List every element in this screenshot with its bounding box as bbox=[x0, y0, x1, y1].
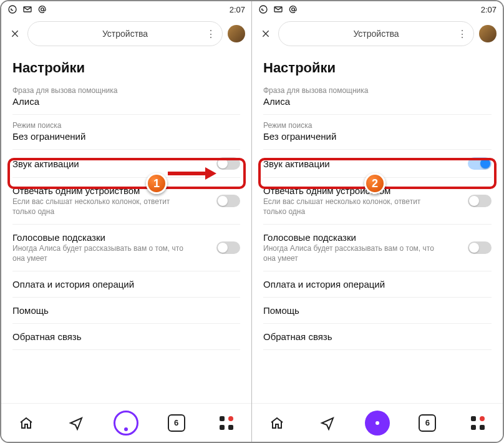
bottom-nav: 6 bbox=[1, 403, 251, 442]
search-mode-label: Режим поиска bbox=[263, 121, 492, 130]
help-row[interactable]: Помощь bbox=[263, 298, 492, 324]
payments-row[interactable]: Оплата и история операций bbox=[12, 271, 240, 298]
payments-label: Оплата и история операций bbox=[263, 279, 385, 290]
feedback-row[interactable]: Обратная связь bbox=[12, 324, 240, 350]
svg-marker-4 bbox=[205, 167, 216, 180]
voice-hints-label: Голосовые подсказки bbox=[12, 232, 187, 243]
tabs-icon[interactable]: 6 bbox=[415, 411, 440, 436]
svg-point-5 bbox=[259, 6, 267, 13]
feedback-label: Обратная связь bbox=[263, 331, 332, 342]
header-title: Устройства bbox=[353, 29, 399, 39]
voice-hints-toggle[interactable] bbox=[468, 241, 492, 254]
status-bar: 2:07 bbox=[252, 1, 503, 17]
activation-sound-label: Звук активации bbox=[12, 158, 79, 169]
feedback-row[interactable]: Обратная связь bbox=[263, 324, 492, 350]
activation-sound-toggle[interactable] bbox=[468, 157, 492, 170]
activation-phrase-value[interactable]: Алиса bbox=[12, 95, 240, 115]
voice-hints-label: Голосовые подсказки bbox=[263, 232, 438, 243]
svg-point-0 bbox=[9, 6, 16, 13]
send-icon[interactable] bbox=[64, 411, 89, 436]
svg-point-2 bbox=[41, 8, 44, 11]
single-device-toggle[interactable] bbox=[216, 195, 240, 207]
single-device-row: Отвечать одним устройством Если вас слыш… bbox=[12, 178, 240, 225]
payments-row[interactable]: Оплата и история операций bbox=[263, 271, 492, 298]
home-icon[interactable] bbox=[14, 411, 39, 436]
tab-count: 6 bbox=[168, 414, 185, 432]
search-mode-value[interactable]: Без ограничений bbox=[12, 130, 240, 150]
avatar[interactable] bbox=[228, 25, 245, 42]
activation-phrase-value[interactable]: Алиса bbox=[263, 95, 492, 115]
search-mode-label: Режим поиска bbox=[12, 121, 240, 130]
svg-point-7 bbox=[292, 8, 295, 11]
clock: 2:07 bbox=[481, 5, 497, 14]
single-device-toggle[interactable] bbox=[468, 195, 492, 207]
activation-sound-toggle[interactable] bbox=[216, 157, 240, 170]
feedback-label: Обратная связь bbox=[12, 331, 82, 342]
activation-phrase-label: Фраза для вызова помощника bbox=[12, 86, 240, 95]
voice-hints-hint: Иногда Алиса будет рассказывать вам о то… bbox=[263, 244, 438, 263]
alice-icon[interactable] bbox=[114, 411, 138, 436]
page-title: Настройки bbox=[12, 60, 240, 76]
phone-left: 2:07 Устройства ⋮ Настройки Фраза для вы… bbox=[1, 1, 252, 442]
help-label: Помощь bbox=[263, 305, 299, 316]
whatsapp-icon bbox=[7, 4, 17, 14]
help-label: Помощь bbox=[12, 305, 49, 316]
avatar[interactable] bbox=[479, 25, 497, 42]
phone-right: 2:07 Устройства ⋮ Настройки Фраза для вы… bbox=[252, 1, 503, 442]
badge-2: 2 bbox=[364, 173, 385, 194]
header-pill[interactable]: Устройства ⋮ bbox=[278, 21, 474, 46]
menu-icon[interactable] bbox=[465, 411, 490, 436]
more-icon[interactable]: ⋮ bbox=[206, 28, 215, 40]
payments-label: Оплата и история операций bbox=[12, 279, 134, 290]
clock: 2:07 bbox=[230, 5, 245, 14]
voice-hints-row: Голосовые подсказки Иногда Алиса будет р… bbox=[12, 225, 240, 271]
single-device-hint: Если вас слышат несколько колонок, ответ… bbox=[12, 197, 187, 217]
mail-icon bbox=[273, 4, 283, 14]
header-title: Устройства bbox=[102, 29, 148, 39]
mail-icon bbox=[22, 4, 32, 14]
tabs-icon[interactable]: 6 bbox=[164, 411, 189, 436]
close-button[interactable] bbox=[7, 26, 22, 41]
at-icon bbox=[288, 4, 298, 14]
voice-hints-row: Голосовые подсказки Иногда Алиса будет р… bbox=[263, 225, 492, 271]
help-row[interactable]: Помощь bbox=[12, 298, 240, 324]
at-icon bbox=[37, 4, 47, 14]
tab-count: 6 bbox=[419, 414, 436, 432]
bottom-nav: 6 bbox=[252, 403, 503, 442]
more-icon[interactable]: ⋮ bbox=[457, 28, 466, 40]
activation-phrase-label: Фраза для вызова помощника bbox=[263, 86, 492, 95]
single-device-label: Отвечать одним устройством bbox=[263, 185, 438, 196]
whatsapp-icon bbox=[258, 4, 268, 14]
voice-hints-hint: Иногда Алиса будет рассказывать вам о то… bbox=[12, 244, 187, 263]
alice-icon[interactable] bbox=[365, 411, 390, 436]
voice-hints-toggle[interactable] bbox=[216, 241, 240, 254]
send-icon[interactable] bbox=[315, 411, 340, 436]
badge-1: 1 bbox=[146, 173, 167, 194]
page-title: Настройки bbox=[263, 60, 492, 76]
header-pill[interactable]: Устройства ⋮ bbox=[27, 21, 223, 46]
search-mode-value[interactable]: Без ограничений bbox=[263, 130, 492, 150]
arrow-icon bbox=[167, 165, 216, 185]
close-button[interactable] bbox=[258, 26, 273, 41]
menu-icon[interactable] bbox=[214, 411, 239, 436]
status-bar: 2:07 bbox=[1, 1, 251, 17]
single-device-hint: Если вас слышат несколько колонок, ответ… bbox=[263, 197, 438, 217]
home-icon[interactable] bbox=[264, 411, 289, 436]
activation-sound-label: Звук активации bbox=[263, 158, 330, 169]
